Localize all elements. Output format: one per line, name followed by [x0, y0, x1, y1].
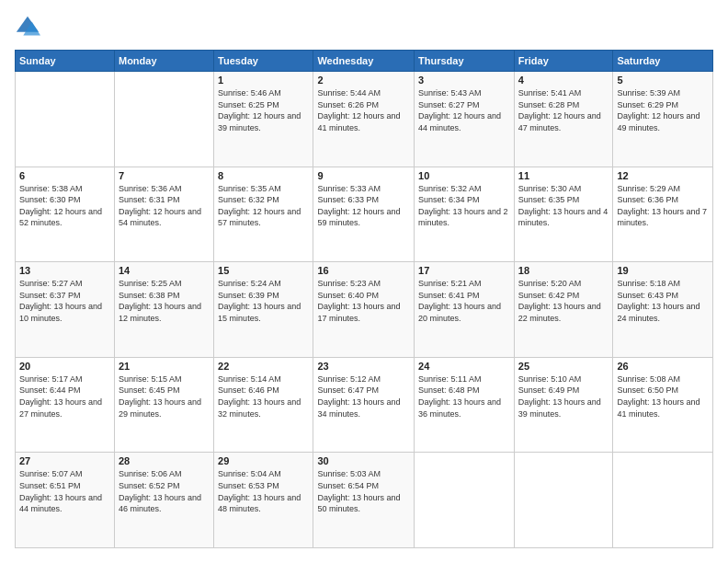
day-cell: 7Sunrise: 5:36 AM Sunset: 6:31 PM Daylig…: [114, 167, 213, 262]
page: SundayMondayTuesdayWednesdayThursdayFrid…: [0, 0, 728, 563]
day-detail: Sunrise: 5:12 AM Sunset: 6:47 PM Dayligh…: [317, 373, 410, 419]
week-row-2: 6Sunrise: 5:38 AM Sunset: 6:30 PM Daylig…: [16, 167, 713, 262]
day-detail: Sunrise: 5:10 AM Sunset: 6:49 PM Dayligh…: [518, 373, 609, 419]
day-cell: [16, 72, 115, 167]
day-detail: Sunrise: 5:27 AM Sunset: 6:37 PM Dayligh…: [19, 278, 110, 324]
day-cell: 23Sunrise: 5:12 AM Sunset: 6:47 PM Dayli…: [313, 357, 415, 453]
header: [15, 15, 713, 40]
week-row-1: 1Sunrise: 5:46 AM Sunset: 6:25 PM Daylig…: [16, 72, 713, 167]
day-detail: Sunrise: 5:39 AM Sunset: 6:29 PM Dayligh…: [617, 87, 709, 133]
day-number: 8: [218, 170, 309, 181]
day-detail: Sunrise: 5:32 AM Sunset: 6:34 PM Dayligh…: [418, 183, 510, 229]
day-cell: 10Sunrise: 5:32 AM Sunset: 6:34 PM Dayli…: [415, 167, 515, 262]
day-number: 22: [218, 361, 309, 372]
day-detail: Sunrise: 5:35 AM Sunset: 6:32 PM Dayligh…: [218, 183, 309, 229]
day-number: 2: [317, 75, 410, 86]
day-detail: Sunrise: 5:04 AM Sunset: 6:53 PM Dayligh…: [218, 468, 309, 514]
day-cell: 16Sunrise: 5:23 AM Sunset: 6:40 PM Dayli…: [313, 262, 415, 358]
day-cell: 27Sunrise: 5:07 AM Sunset: 6:51 PM Dayli…: [16, 453, 115, 548]
day-cell: 2Sunrise: 5:44 AM Sunset: 6:26 PM Daylig…: [313, 72, 415, 167]
day-cell: 15Sunrise: 5:24 AM Sunset: 6:39 PM Dayli…: [214, 262, 313, 358]
day-detail: Sunrise: 5:14 AM Sunset: 6:46 PM Dayligh…: [218, 373, 309, 419]
day-detail: Sunrise: 5:06 AM Sunset: 6:52 PM Dayligh…: [119, 468, 210, 514]
day-cell: 12Sunrise: 5:29 AM Sunset: 6:36 PM Dayli…: [613, 167, 713, 262]
day-cell: 21Sunrise: 5:15 AM Sunset: 6:45 PM Dayli…: [114, 357, 213, 453]
day-cell: 8Sunrise: 5:35 AM Sunset: 6:32 PM Daylig…: [214, 167, 313, 262]
day-detail: Sunrise: 5:29 AM Sunset: 6:36 PM Dayligh…: [617, 183, 709, 229]
day-number: 28: [119, 455, 210, 466]
day-cell: 22Sunrise: 5:14 AM Sunset: 6:46 PM Dayli…: [214, 357, 313, 453]
day-number: 25: [518, 361, 609, 372]
day-detail: Sunrise: 5:24 AM Sunset: 6:39 PM Dayligh…: [218, 278, 309, 324]
day-cell: 17Sunrise: 5:21 AM Sunset: 6:41 PM Dayli…: [415, 262, 515, 358]
day-detail: Sunrise: 5:03 AM Sunset: 6:54 PM Dayligh…: [317, 468, 410, 514]
day-detail: Sunrise: 5:18 AM Sunset: 6:43 PM Dayligh…: [617, 278, 709, 324]
day-number: 12: [617, 170, 709, 181]
day-cell: [415, 453, 515, 548]
day-number: 9: [317, 170, 410, 181]
day-number: 13: [19, 265, 110, 276]
day-cell: 4Sunrise: 5:41 AM Sunset: 6:28 PM Daylig…: [514, 72, 613, 167]
day-number: 18: [518, 265, 609, 276]
day-number: 29: [218, 455, 309, 466]
day-cell: 26Sunrise: 5:08 AM Sunset: 6:50 PM Dayli…: [613, 357, 713, 453]
weekday-header-friday: Friday: [514, 51, 613, 72]
day-detail: Sunrise: 5:23 AM Sunset: 6:40 PM Dayligh…: [317, 278, 410, 324]
day-number: 6: [19, 170, 110, 181]
day-cell: 30Sunrise: 5:03 AM Sunset: 6:54 PM Dayli…: [313, 453, 415, 548]
day-cell: 6Sunrise: 5:38 AM Sunset: 6:30 PM Daylig…: [16, 167, 115, 262]
day-number: 10: [418, 170, 510, 181]
day-cell: [114, 72, 213, 167]
day-detail: Sunrise: 5:25 AM Sunset: 6:38 PM Dayligh…: [119, 278, 210, 324]
day-cell: 3Sunrise: 5:43 AM Sunset: 6:27 PM Daylig…: [415, 72, 515, 167]
day-number: 11: [518, 170, 609, 181]
day-number: 27: [19, 455, 110, 466]
day-cell: 18Sunrise: 5:20 AM Sunset: 6:42 PM Dayli…: [514, 262, 613, 358]
day-number: 1: [218, 75, 309, 86]
day-number: 5: [617, 75, 709, 86]
weekday-header-wednesday: Wednesday: [313, 51, 415, 72]
day-detail: Sunrise: 5:07 AM Sunset: 6:51 PM Dayligh…: [19, 468, 110, 514]
day-detail: Sunrise: 5:20 AM Sunset: 6:42 PM Dayligh…: [518, 278, 609, 324]
day-number: 14: [119, 265, 210, 276]
day-number: 20: [19, 361, 110, 372]
day-cell: 5Sunrise: 5:39 AM Sunset: 6:29 PM Daylig…: [613, 72, 713, 167]
day-detail: Sunrise: 5:41 AM Sunset: 6:28 PM Dayligh…: [518, 87, 609, 133]
week-row-3: 13Sunrise: 5:27 AM Sunset: 6:37 PM Dayli…: [16, 262, 713, 358]
day-detail: Sunrise: 5:17 AM Sunset: 6:44 PM Dayligh…: [19, 373, 110, 419]
week-row-4: 20Sunrise: 5:17 AM Sunset: 6:44 PM Dayli…: [16, 357, 713, 453]
day-cell: 14Sunrise: 5:25 AM Sunset: 6:38 PM Dayli…: [114, 262, 213, 358]
day-number: 17: [418, 265, 510, 276]
day-cell: 1Sunrise: 5:46 AM Sunset: 6:25 PM Daylig…: [214, 72, 313, 167]
day-cell: 19Sunrise: 5:18 AM Sunset: 6:43 PM Dayli…: [613, 262, 713, 358]
day-number: 30: [317, 455, 410, 466]
weekday-header-tuesday: Tuesday: [214, 51, 313, 72]
day-cell: 29Sunrise: 5:04 AM Sunset: 6:53 PM Dayli…: [214, 453, 313, 548]
day-cell: 9Sunrise: 5:33 AM Sunset: 6:33 PM Daylig…: [313, 167, 415, 262]
day-number: 19: [617, 265, 709, 276]
day-detail: Sunrise: 5:08 AM Sunset: 6:50 PM Dayligh…: [617, 373, 709, 419]
logo: [15, 15, 44, 40]
day-cell: 11Sunrise: 5:30 AM Sunset: 6:35 PM Dayli…: [514, 167, 613, 262]
day-detail: Sunrise: 5:15 AM Sunset: 6:45 PM Dayligh…: [119, 373, 210, 419]
weekday-header-thursday: Thursday: [415, 51, 515, 72]
day-cell: 13Sunrise: 5:27 AM Sunset: 6:37 PM Dayli…: [16, 262, 115, 358]
weekday-header-monday: Monday: [114, 51, 213, 72]
day-detail: Sunrise: 5:36 AM Sunset: 6:31 PM Dayligh…: [119, 183, 210, 229]
day-detail: Sunrise: 5:43 AM Sunset: 6:27 PM Dayligh…: [418, 87, 510, 133]
day-number: 24: [418, 361, 510, 372]
weekday-header-sunday: Sunday: [16, 51, 115, 72]
day-cell: 25Sunrise: 5:10 AM Sunset: 6:49 PM Dayli…: [514, 357, 613, 453]
day-number: 15: [218, 265, 309, 276]
day-detail: Sunrise: 5:33 AM Sunset: 6:33 PM Dayligh…: [317, 183, 410, 229]
day-number: 23: [317, 361, 410, 372]
day-cell: [613, 453, 713, 548]
day-detail: Sunrise: 5:46 AM Sunset: 6:25 PM Dayligh…: [218, 87, 309, 133]
day-detail: Sunrise: 5:38 AM Sunset: 6:30 PM Dayligh…: [19, 183, 110, 229]
day-detail: Sunrise: 5:21 AM Sunset: 6:41 PM Dayligh…: [418, 278, 510, 324]
calendar-table: SundayMondayTuesdayWednesdayThursdayFrid…: [15, 50, 713, 548]
day-number: 3: [418, 75, 510, 86]
day-cell: 24Sunrise: 5:11 AM Sunset: 6:48 PM Dayli…: [415, 357, 515, 453]
day-cell: [514, 453, 613, 548]
day-detail: Sunrise: 5:30 AM Sunset: 6:35 PM Dayligh…: [518, 183, 609, 229]
